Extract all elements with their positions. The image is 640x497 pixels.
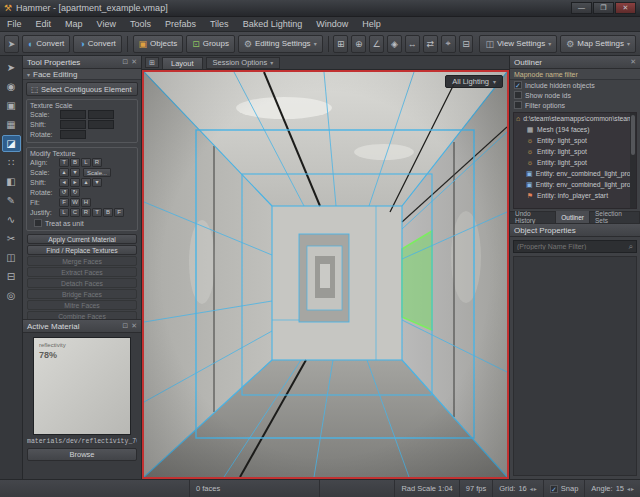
extract-faces-button[interactable]: Extract Faces xyxy=(27,267,137,277)
include-hidden-objects-checkbox[interactable]: ✓ xyxy=(514,81,522,89)
tool-meshes[interactable]: ▦ xyxy=(2,116,21,133)
align-right-button[interactable]: R xyxy=(92,158,102,167)
tool-camera[interactable]: ◎ xyxy=(2,287,21,304)
menu-help[interactable]: Help xyxy=(355,17,388,31)
justify-bottom-button[interactable]: B xyxy=(103,208,113,217)
tree-root[interactable]: ⌂ d:\steam\steamapps\common\steamvr\tool… xyxy=(514,113,636,124)
3d-scene[interactable] xyxy=(144,72,507,477)
pin-icon[interactable]: ⊡ xyxy=(122,322,128,330)
justify-fit-button[interactable]: F xyxy=(114,208,124,217)
layout-grid-icon[interactable]: ⊞ xyxy=(145,57,159,68)
fit-width-button[interactable]: W xyxy=(70,198,80,207)
tool-materials[interactable]: ◧ xyxy=(2,173,21,190)
angle-decrease-button[interactable]: ◂ xyxy=(627,485,630,492)
shift-up-button[interactable]: ▴ xyxy=(81,178,91,187)
merge-faces-button[interactable]: Merge Faces xyxy=(27,256,137,266)
face-editing-section[interactable]: ▾ Face Editing xyxy=(23,69,141,80)
tool-faces[interactable]: ◪ xyxy=(2,135,21,152)
treat-as-unit-checkbox[interactable] xyxy=(34,219,42,227)
close-icon[interactable]: ✕ xyxy=(131,58,137,66)
show-node-ids-checkbox[interactable] xyxy=(514,91,522,99)
scale-up-button[interactable]: ▴ xyxy=(59,168,69,177)
scrollbar-thumb[interactable] xyxy=(631,115,635,155)
tab-selection-sets[interactable]: Selection Sets xyxy=(590,211,640,223)
convert-button-1[interactable]: ◐ Convert xyxy=(22,35,70,53)
titlebar[interactable]: ⚒ Hammer - [apartment_example.vmap] — ❐ … xyxy=(0,0,640,17)
scale-x-field[interactable] xyxy=(60,110,86,119)
convert-button-2[interactable]: ◑ Convert xyxy=(73,35,121,53)
snap-checkbox[interactable]: ✓ xyxy=(550,485,558,493)
tree-item-light-spot[interactable]: ☼ Entity: light_spot xyxy=(514,157,636,168)
align-bottom-button[interactable]: B xyxy=(70,158,80,167)
select-contiguous-button[interactable]: ⬚ Select Contiguous Element xyxy=(26,82,138,96)
scale-down-button[interactable]: ▾ xyxy=(70,168,80,177)
menu-tools[interactable]: Tools xyxy=(123,17,158,31)
grid-decrease-button[interactable]: ◂ xyxy=(530,485,533,492)
tool-mirror[interactable]: ◫ xyxy=(2,249,21,266)
menu-map[interactable]: Map xyxy=(58,17,90,31)
justify-center-button[interactable]: C xyxy=(70,208,80,217)
menu-tiles[interactable]: Tiles xyxy=(203,17,236,31)
snap-rotation-toggle[interactable]: ∠ xyxy=(369,35,384,53)
filter-options-row[interactable]: Filter options xyxy=(510,100,640,110)
menu-file[interactable]: File xyxy=(0,17,29,31)
rotate-cw-button[interactable]: ↻ xyxy=(70,188,80,197)
justify-top-button[interactable]: T xyxy=(92,208,102,217)
select-mode-icon[interactable]: ➤ xyxy=(4,35,19,53)
snap-control[interactable]: ✓ Snap xyxy=(544,480,586,497)
editing-settings-button[interactable]: ⚙ Editing Settings ▾ xyxy=(238,35,323,53)
property-filter-input[interactable] xyxy=(517,243,626,250)
uniform-scale-toggle[interactable]: ↔ xyxy=(405,35,420,53)
tool-select[interactable]: ➤ xyxy=(2,59,21,76)
tree-scrollbar[interactable] xyxy=(630,113,636,208)
tool-vertices[interactable]: ∷ xyxy=(2,154,21,171)
tree-item-light-probe[interactable]: ▣ Entity: env_combined_light_probe_volum… xyxy=(514,168,636,179)
close-button[interactable]: ✕ xyxy=(615,2,636,14)
browse-material-button[interactable]: Browse xyxy=(27,448,137,461)
shift-y-field[interactable] xyxy=(88,120,114,129)
grid-display-toggle[interactable]: ⊟ xyxy=(459,35,474,53)
tree-item-light-spot[interactable]: ☼ Entity: light_spot xyxy=(514,146,636,157)
tab-undo-history[interactable]: Undo History xyxy=(510,211,556,223)
tool-paint[interactable]: ✎ xyxy=(2,192,21,209)
apply-current-material-button[interactable]: Apply Current Material xyxy=(27,234,137,244)
justify-right-button[interactable]: R xyxy=(81,208,91,217)
groups-button[interactable]: ⊡ Groups xyxy=(186,35,235,53)
material-preview[interactable]: reflectivity 78% xyxy=(33,337,131,435)
shift-x-field[interactable] xyxy=(60,120,86,129)
pin-icon[interactable]: ⊡ xyxy=(122,58,128,66)
close-icon[interactable]: ✕ xyxy=(630,58,636,66)
world-local-toggle[interactable]: ⇄ xyxy=(423,35,438,53)
menu-prefabs[interactable]: Prefabs xyxy=(158,17,203,31)
snap-to-vertex-toggle[interactable]: ⊕ xyxy=(351,35,366,53)
maximize-button[interactable]: ❐ xyxy=(593,2,614,14)
include-hidden-objects-row[interactable]: ✓ Include hidden objects xyxy=(510,80,640,90)
pivot-mode-toggle[interactable]: ⌖ xyxy=(441,35,456,53)
3d-viewport[interactable]: All Lighting ▾ xyxy=(142,70,509,479)
property-filter-box[interactable]: ⌕ xyxy=(513,240,637,253)
map-settings-button[interactable]: ⚙ Map Settings ▾ xyxy=(560,35,636,53)
tool-entities[interactable]: ◉ xyxy=(2,78,21,95)
treat-as-unit-row[interactable]: Treat as unit xyxy=(30,218,134,228)
grid-increase-button[interactable]: ▸ xyxy=(534,485,537,492)
shift-down-button[interactable]: ▾ xyxy=(92,178,102,187)
rotate-ccw-button[interactable]: ↺ xyxy=(59,188,69,197)
menu-baked-lighting[interactable]: Baked Lighting xyxy=(236,17,310,31)
layout-tab[interactable]: Layout xyxy=(162,57,203,69)
combine-faces-button[interactable]: Combine Faces xyxy=(27,311,137,319)
rotate-field[interactable] xyxy=(60,130,86,139)
tree-item-light-probe[interactable]: ▣ Entity: env_combined_light_probe_volum… xyxy=(514,179,636,190)
scale-dialog-button[interactable]: Scale... xyxy=(83,168,111,177)
tool-clipping[interactable]: ✂ xyxy=(2,230,21,247)
close-icon[interactable]: ✕ xyxy=(131,322,137,330)
bridge-faces-button[interactable]: Bridge Faces xyxy=(27,289,137,299)
angle-increase-button[interactable]: ▸ xyxy=(631,485,634,492)
tree-item-player-start[interactable]: ⚑ Entity: info_player_start xyxy=(514,190,636,201)
tab-outliner[interactable]: Outliner xyxy=(556,211,590,223)
align-left-button[interactable]: L xyxy=(81,158,91,167)
lighting-mode-dropdown[interactable]: All Lighting ▾ xyxy=(445,75,503,88)
snap-to-grid-toggle[interactable]: ⊞ xyxy=(333,35,348,53)
menu-view[interactable]: View xyxy=(90,17,123,31)
menu-window[interactable]: Window xyxy=(309,17,355,31)
session-options-dropdown[interactable]: Session Options ▾ xyxy=(206,57,281,69)
